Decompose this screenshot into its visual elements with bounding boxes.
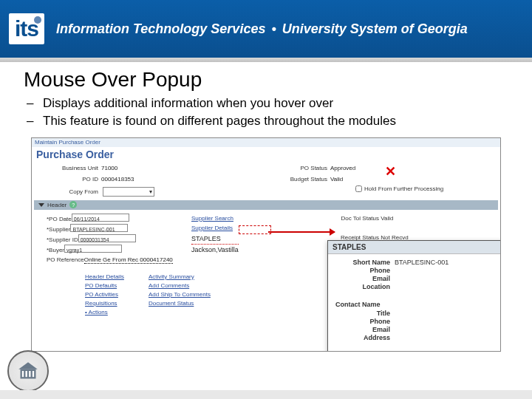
copy-from-select[interactable]: ▾: [103, 187, 154, 197]
poid-value: 0000418353: [101, 174, 134, 185]
logo-text: its: [15, 16, 38, 41]
supplier-link-col: Supplier Search Supplier Details STAPLES…: [191, 214, 239, 255]
budget-status-value: Valid: [330, 174, 343, 185]
footer-bar: [0, 390, 532, 399]
svg-rect-3: [26, 371, 27, 377]
buyer-input[interactable]: vgray1: [64, 245, 122, 253]
requisitions-link[interactable]: Requisitions: [85, 299, 124, 308]
popup-body: Short NameBTAPLESINC-001 Phone Email Loc…: [328, 254, 501, 347]
doc-tol-label: Doc Tol Status: [313, 214, 379, 224]
header-panel-bar[interactable]: Header ?: [34, 200, 498, 210]
hold-row: Hold From Further Processing: [355, 185, 443, 192]
popup-phone-label: Phone: [335, 267, 390, 274]
hold-checkbox[interactable]: [355, 185, 362, 192]
supplier-id-input[interactable]: 0000031354: [78, 234, 136, 242]
form-right: PO StatusApproved Budget StatusValid: [276, 163, 355, 185]
header-panel-label: Header: [47, 202, 66, 208]
svg-marker-1: [18, 362, 38, 369]
slide-bullets: Displays additional information when you…: [24, 95, 508, 130]
popup-contact-address-label: Address: [335, 334, 390, 341]
activity-summary-link[interactable]: Activity Summary: [149, 273, 211, 282]
georgia-seal-icon: [7, 350, 49, 392]
bu-value: 71000: [101, 163, 117, 174]
actions-link[interactable]: • Actions: [85, 308, 124, 317]
svg-rect-4: [29, 371, 30, 377]
supplier-id-label: *Supplier ID: [47, 236, 78, 243]
buyer-label: *Buyer: [47, 247, 64, 253]
link-col-left: Header Details PO Defaults PO Activities…: [85, 273, 124, 317]
popup-shortname-value: BTAPLESINC-001: [395, 259, 449, 266]
annotation-highlight: [239, 225, 271, 234]
supplier-input[interactable]: BTAPLESINC-001: [70, 224, 128, 232]
po-status-label: PO Status: [276, 163, 327, 174]
top-banner: its Information Technology Services • Un…: [0, 0, 532, 58]
add-shipto-comments-link[interactable]: Add Ship To Comments: [149, 290, 211, 299]
its-logo: its: [9, 13, 44, 44]
document-status-link[interactable]: Document Status: [149, 299, 211, 308]
hold-label: Hold From Further Processing: [364, 185, 443, 192]
detail-fields: *PO Date06/11/2014 *SupplierBTAPLESINC-0…: [47, 214, 173, 265]
copy-from-row: Copy From ▾: [47, 187, 154, 197]
add-comments-link[interactable]: Add Comments: [149, 282, 211, 290]
popup-title: STAPLES: [328, 241, 501, 254]
svg-rect-5: [33, 371, 34, 377]
po-defaults-link[interactable]: PO Defaults: [85, 282, 124, 290]
slide-title: Mouse Over Popup: [24, 68, 508, 92]
breadcrumb: Maintain Purchase Order: [32, 138, 500, 147]
buyer-name-text: Jackson,Vastilla: [191, 245, 239, 255]
supplier-details-link[interactable]: Supplier Details: [191, 223, 239, 233]
budget-status-label: Budget Status: [276, 174, 327, 185]
app-screenshot: Maintain Purchase Order Purchase Order B…: [31, 137, 501, 352]
chevron-down-icon: [38, 203, 44, 207]
po-date-input[interactable]: 06/11/2014: [72, 214, 129, 222]
svg-rect-2: [22, 371, 24, 377]
slide-body: Mouse Over Popup Displays additional inf…: [0, 58, 532, 352]
header-details-link[interactable]: Header Details: [85, 273, 124, 282]
po-date-label: *PO Date: [47, 216, 72, 222]
bu-label: Business Unit: [47, 163, 98, 174]
popup-location-label: Location: [335, 283, 390, 290]
bullet-1: Displays additional information when you…: [43, 95, 508, 112]
supplier-label: *Supplier: [47, 226, 70, 233]
bullet-2: This feature is found on different pages…: [43, 112, 508, 130]
popup-email-label: Email: [335, 275, 390, 282]
hover-popup: STAPLES Short NameBTAPLESINC-001 Phone E…: [327, 240, 501, 352]
poid-label: PO ID: [47, 174, 98, 185]
popup-contact-title-label: Title: [335, 310, 390, 317]
copy-from-label: Copy From: [47, 188, 98, 195]
annotation-arrow: [268, 231, 335, 233]
po-status-value: Approved: [330, 163, 355, 174]
popup-contact-header: Contact Name: [335, 301, 501, 308]
po-activities-link[interactable]: PO Activities: [85, 290, 124, 299]
doc-tol-value: Valid: [381, 215, 393, 222]
po-ref-label: PO Reference: [47, 256, 84, 263]
banner-separator: •: [271, 21, 276, 37]
close-icon[interactable]: ✕: [385, 163, 396, 180]
popup-contact-phone-label: Phone: [335, 318, 390, 325]
help-icon[interactable]: ?: [69, 201, 77, 208]
banner-org: University System of Georgia: [282, 21, 468, 37]
form-left: Business Unit71000 PO ID0000418353: [47, 163, 134, 185]
supplier-search-link[interactable]: Supplier Search: [191, 214, 239, 223]
popup-shortname-label: Short Name: [335, 259, 390, 266]
right-status-block: Doc Tol Status Valid Receipt Status Not …: [313, 214, 409, 243]
link-col-right: Activity Summary Add Comments Add Ship T…: [149, 273, 211, 308]
page-title: Purchase Order: [36, 149, 114, 160]
po-ref-value: Online Ge From Rec 0000417240: [84, 256, 173, 264]
popup-contact-email-label: Email: [335, 326, 390, 333]
banner-title: Information Technology Services: [56, 21, 265, 37]
supplier-name-text[interactable]: STAPLES: [191, 234, 239, 245]
